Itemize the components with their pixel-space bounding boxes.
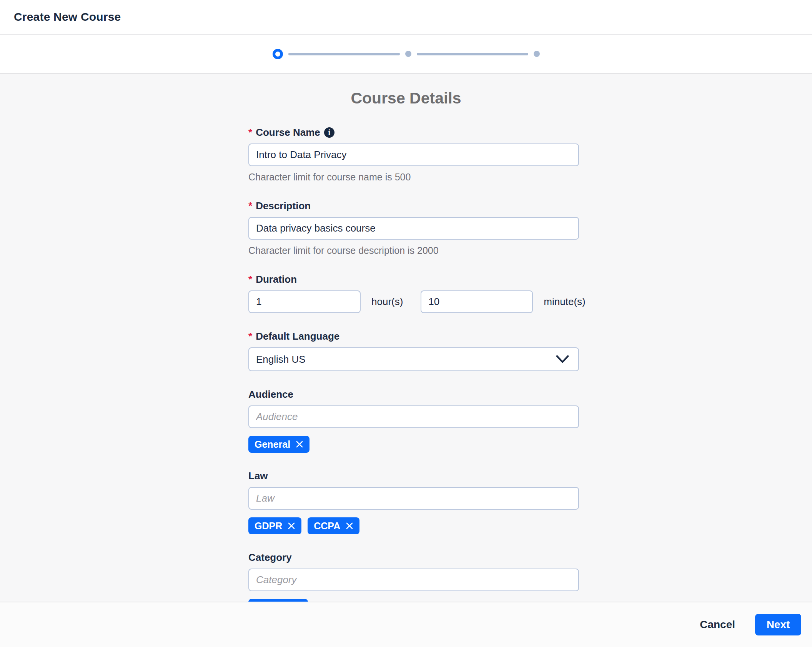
course-name-label: * Course Name i (248, 127, 579, 138)
default-language-selected-value: English US (256, 354, 306, 365)
duration-label-text: Duration (256, 273, 297, 285)
category-tag-row: Privacy (248, 599, 579, 602)
step-1-active-indicator[interactable] (273, 49, 283, 59)
audience-tag: General (248, 436, 309, 453)
required-marker: * (248, 127, 252, 138)
category-input[interactable] (248, 569, 579, 591)
minutes-unit-label: minute(s) (544, 296, 585, 308)
page-header-title: Create New Course (14, 10, 121, 23)
duration-minutes-input[interactable] (421, 290, 533, 313)
category-label-text: Category (248, 552, 292, 564)
law-tag-label: CCPA (314, 520, 340, 532)
description-group: * Description Character limit for course… (248, 200, 579, 256)
duration-row: hour(s) minute(s) (248, 290, 579, 313)
description-input[interactable] (248, 217, 579, 240)
main-content: Course Details * Course Name i Character… (0, 74, 812, 602)
audience-input[interactable] (248, 405, 579, 428)
course-name-helper-text: Character limit for course name is 500 (248, 172, 579, 183)
default-language-group: * Default Language English US (248, 330, 579, 371)
audience-label-text: Audience (248, 389, 293, 400)
law-tag: CCPA (308, 517, 359, 534)
step-3-indicator[interactable] (534, 51, 540, 57)
wizard-stepper (273, 49, 540, 59)
default-language-label-text: Default Language (256, 330, 339, 342)
required-marker: * (248, 330, 252, 342)
category-label: Category (248, 552, 579, 564)
audience-label: Audience (248, 389, 579, 400)
form-title: Course Details (0, 89, 812, 107)
audience-tag-row: General (248, 436, 579, 453)
audience-tag-label: General (255, 439, 290, 450)
chevron-down-icon (556, 355, 569, 364)
audience-group: Audience General (248, 389, 579, 453)
cancel-button[interactable]: Cancel (700, 619, 735, 631)
info-icon[interactable]: i (324, 127, 334, 138)
hours-unit-label: hour(s) (371, 296, 403, 308)
step-2-indicator[interactable] (405, 51, 411, 57)
law-input[interactable] (248, 487, 579, 510)
course-details-form: * Course Name i Character limit for cour… (248, 127, 579, 602)
required-marker: * (248, 273, 252, 285)
required-marker: * (248, 200, 252, 212)
duration-group: * Duration hour(s) minute(s) (248, 273, 579, 313)
law-tag-label: GDPR (255, 520, 282, 532)
description-label-text: Description (256, 200, 311, 212)
next-button[interactable]: Next (755, 614, 801, 635)
law-label-text: Law (248, 470, 268, 482)
description-label: * Description (248, 200, 579, 212)
category-tag: Privacy (248, 599, 308, 602)
category-group: Category Privacy (248, 552, 579, 602)
law-group: Law GDPR CCPA (248, 470, 579, 534)
remove-tag-icon[interactable] (296, 440, 303, 448)
law-label: Law (248, 470, 579, 482)
default-language-label: * Default Language (248, 330, 579, 342)
description-helper-text: Character limit for course description i… (248, 245, 579, 256)
course-name-group: * Course Name i Character limit for cour… (248, 127, 579, 183)
default-language-select[interactable]: English US (248, 347, 579, 371)
duration-hours-input[interactable] (248, 290, 361, 313)
course-name-label-text: Course Name (256, 127, 320, 138)
page-header: Create New Course (0, 0, 812, 35)
course-name-input[interactable] (248, 143, 579, 166)
stepper-connector-line (288, 53, 400, 55)
stepper-connector-line (417, 53, 528, 55)
remove-tag-icon[interactable] (288, 522, 295, 530)
law-tag-row: GDPR CCPA (248, 517, 579, 534)
wizard-stepper-bar (0, 35, 812, 74)
duration-label: * Duration (248, 273, 579, 285)
remove-tag-icon[interactable] (346, 522, 353, 530)
law-tag: GDPR (248, 517, 301, 534)
wizard-footer: Cancel Next (0, 602, 812, 647)
